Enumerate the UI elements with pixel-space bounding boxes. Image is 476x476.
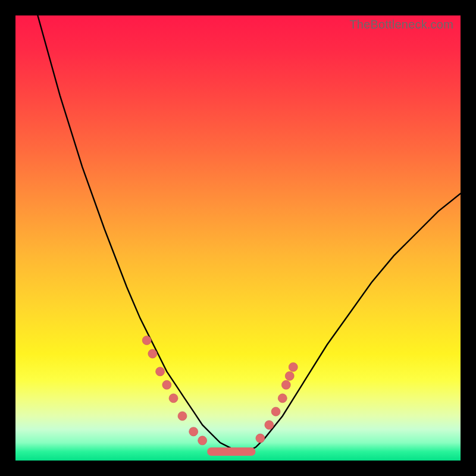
- curve-marker: [271, 407, 280, 416]
- curve-marker: [278, 394, 287, 403]
- bottleneck-curve: [37, 15, 461, 452]
- curve-marker: [156, 367, 165, 376]
- plot-area: TheBottleneck.com: [15, 15, 461, 461]
- curve-marker: [169, 394, 178, 403]
- curve-marker: [189, 427, 198, 436]
- curve-marker: [289, 362, 298, 371]
- curve-marker: [265, 421, 274, 430]
- left-branch-markers: [142, 336, 207, 445]
- chart-overlay: [15, 15, 461, 461]
- curve-marker: [148, 349, 157, 358]
- chart-frame: TheBottleneck.com: [0, 0, 476, 476]
- curve-marker: [178, 412, 187, 421]
- curve-marker: [285, 371, 294, 380]
- curve-marker: [281, 380, 290, 389]
- curve-marker: [256, 434, 265, 443]
- curve-marker: [142, 336, 151, 345]
- curve-marker: [162, 380, 171, 389]
- curve-marker: [198, 436, 207, 445]
